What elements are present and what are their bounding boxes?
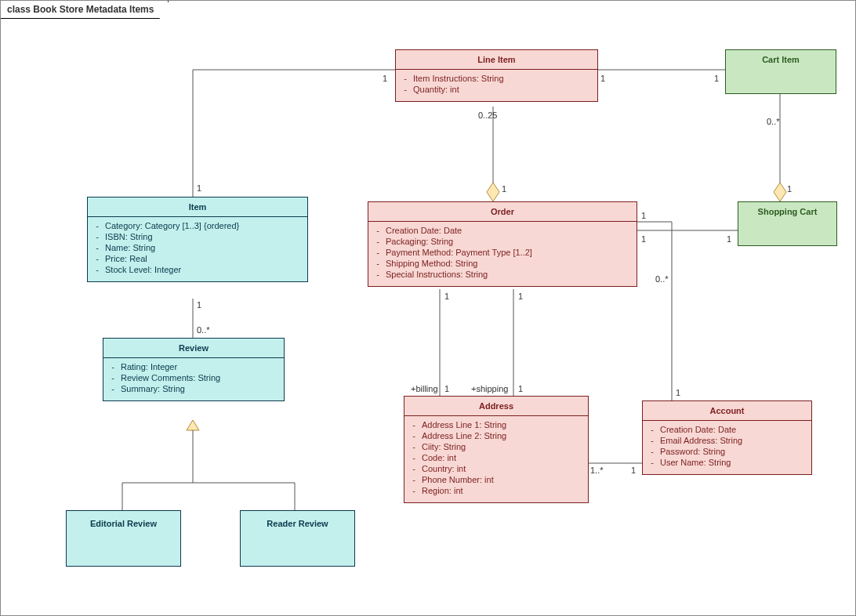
mult: 1..* xyxy=(590,466,604,475)
class-attrs: -Creation Date: Date-Email Address: Stri… xyxy=(643,421,811,474)
class-title: Cart Item xyxy=(726,50,836,69)
class-title: Line Item xyxy=(396,50,597,70)
class-diagram: class Book Store Metadata Items xyxy=(0,0,856,616)
mult: 1 xyxy=(676,388,680,397)
mult: 1 xyxy=(197,300,201,310)
mult: 1 xyxy=(444,384,449,393)
class-attrs: -Item Instructions: String-Quantity: int xyxy=(396,70,597,101)
class-line-item[interactable]: Line Item -Item Instructions: String-Qua… xyxy=(395,49,598,102)
mult: +billing xyxy=(411,384,438,393)
class-title: Reader Review xyxy=(241,511,354,533)
class-title: Item xyxy=(88,197,307,217)
class-attrs: -Creation Date: Date-Packaging: String-P… xyxy=(368,222,637,286)
mult: 1 xyxy=(600,74,605,83)
svg-marker-5 xyxy=(187,420,199,430)
class-attrs: -Category: Category [1..3] {ordered}-ISB… xyxy=(88,217,307,281)
class-title: Editorial Review xyxy=(67,511,180,533)
mult: 1 xyxy=(714,74,719,83)
class-address[interactable]: Address -Address Line 1: String-Address … xyxy=(404,396,589,503)
mult: 1 xyxy=(518,384,523,393)
mult: 1 xyxy=(641,234,646,244)
mult: 0..* xyxy=(767,117,780,126)
class-order[interactable]: Order -Creation Date: Date-Packaging: St… xyxy=(368,201,637,287)
class-editorial-review[interactable]: Editorial Review xyxy=(66,510,181,567)
class-attrs: -Rating: Integer-Review Comments: String… xyxy=(103,358,284,400)
class-title: Shopping Cart xyxy=(738,202,836,221)
class-account[interactable]: Account -Creation Date: Date-Email Addre… xyxy=(642,400,812,475)
diagram-title: class Book Store Metadata Items xyxy=(1,1,169,19)
mult: 1 xyxy=(383,74,387,83)
class-title: Account xyxy=(643,401,811,421)
class-attrs: -Address Line 1: String-Address Line 2: … xyxy=(404,416,588,502)
mult: 1 xyxy=(502,184,506,194)
mult: 0..25 xyxy=(478,111,497,120)
svg-marker-1 xyxy=(487,183,499,201)
class-shopping-cart[interactable]: Shopping Cart xyxy=(738,201,837,246)
mult: +shipping xyxy=(471,384,508,393)
class-reader-review[interactable]: Reader Review xyxy=(240,510,355,567)
mult: 1 xyxy=(727,234,731,244)
class-title: Address xyxy=(404,397,588,416)
class-cart-item[interactable]: Cart Item xyxy=(725,49,836,94)
mult: 1 xyxy=(518,292,523,301)
mult: 1 xyxy=(197,183,201,193)
mult: 1 xyxy=(641,211,646,220)
mult: 0..* xyxy=(655,274,669,284)
class-item[interactable]: Item -Category: Category [1..3] {ordered… xyxy=(87,197,308,282)
mult: 1 xyxy=(631,466,636,475)
svg-marker-3 xyxy=(774,183,786,201)
mult: 1 xyxy=(444,292,449,301)
class-title: Order xyxy=(368,202,637,222)
mult: 1 xyxy=(787,184,792,194)
class-review[interactable]: Review -Rating: Integer-Review Comments:… xyxy=(103,338,285,401)
mult: 0..* xyxy=(197,325,210,335)
class-title: Review xyxy=(103,339,284,358)
